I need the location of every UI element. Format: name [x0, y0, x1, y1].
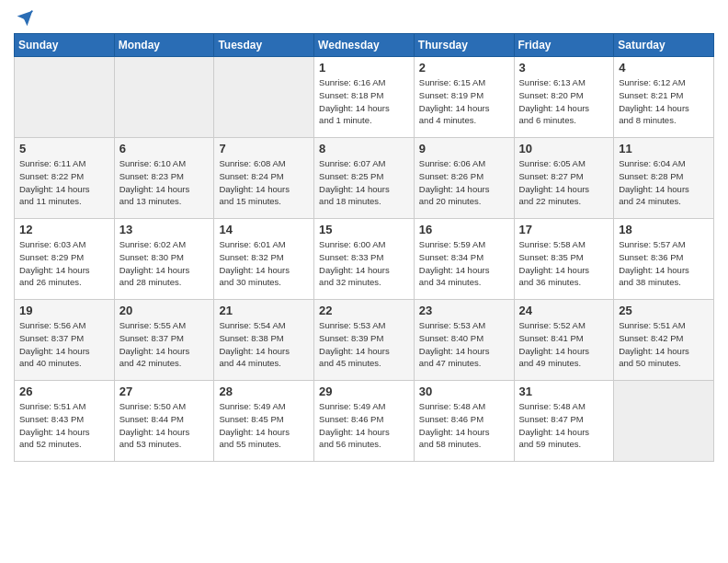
day-number: 25	[619, 304, 709, 317]
calendar-cell: 9Sunrise: 6:06 AM Sunset: 8:26 PM Daylig…	[414, 138, 514, 219]
calendar-cell: 23Sunrise: 5:53 AM Sunset: 8:40 PM Dayli…	[414, 300, 514, 381]
calendar-cell: 20Sunrise: 5:55 AM Sunset: 8:37 PM Dayli…	[114, 300, 214, 381]
calendar-cell	[15, 57, 115, 138]
column-header-friday: Friday	[514, 34, 614, 57]
calendar-week-row: 1Sunrise: 6:16 AM Sunset: 8:18 PM Daylig…	[15, 57, 714, 138]
day-number: 26	[19, 385, 109, 398]
column-header-saturday: Saturday	[614, 34, 714, 57]
day-info: Sunrise: 6:11 AM Sunset: 8:22 PM Dayligh…	[19, 157, 109, 208]
day-info: Sunrise: 6:00 AM Sunset: 8:33 PM Dayligh…	[319, 238, 409, 289]
day-number: 2	[419, 61, 509, 75]
calendar-week-row: 5Sunrise: 6:11 AM Sunset: 8:22 PM Daylig…	[15, 138, 714, 219]
day-number: 7	[219, 142, 309, 155]
day-info: Sunrise: 5:49 AM Sunset: 8:46 PM Dayligh…	[319, 400, 409, 451]
calendar-cell	[114, 57, 214, 138]
day-info: Sunrise: 6:08 AM Sunset: 8:24 PM Dayligh…	[219, 157, 309, 208]
calendar-cell: 3Sunrise: 6:13 AM Sunset: 8:20 PM Daylig…	[514, 57, 614, 138]
header	[14, 9, 714, 28]
calendar-cell: 24Sunrise: 5:52 AM Sunset: 8:41 PM Dayli…	[514, 300, 614, 381]
day-info: Sunrise: 5:59 AM Sunset: 8:34 PM Dayligh…	[419, 238, 509, 289]
column-header-tuesday: Tuesday	[214, 34, 314, 57]
day-info: Sunrise: 5:51 AM Sunset: 8:42 PM Dayligh…	[619, 319, 709, 370]
day-info: Sunrise: 5:57 AM Sunset: 8:36 PM Dayligh…	[619, 238, 709, 289]
day-number: 15	[319, 223, 409, 236]
logo	[14, 9, 34, 28]
day-number: 10	[519, 142, 609, 155]
calendar-cell: 13Sunrise: 6:02 AM Sunset: 8:30 PM Dayli…	[114, 219, 214, 300]
calendar-week-row: 26Sunrise: 5:51 AM Sunset: 8:43 PM Dayli…	[15, 381, 714, 462]
day-number: 18	[619, 223, 709, 236]
day-number: 28	[219, 385, 309, 398]
day-number: 27	[119, 385, 210, 398]
day-number: 21	[219, 304, 309, 317]
calendar-cell: 26Sunrise: 5:51 AM Sunset: 8:43 PM Dayli…	[15, 381, 115, 462]
day-info: Sunrise: 5:56 AM Sunset: 8:37 PM Dayligh…	[19, 319, 109, 370]
calendar-cell: 14Sunrise: 6:01 AM Sunset: 8:32 PM Dayli…	[214, 219, 314, 300]
day-number: 16	[419, 223, 509, 236]
day-number: 5	[19, 142, 109, 155]
logo-bird-icon	[16, 9, 34, 28]
calendar-cell: 31Sunrise: 5:48 AM Sunset: 8:47 PM Dayli…	[514, 381, 614, 462]
calendar-table: SundayMondayTuesdayWednesdayThursdayFrid…	[14, 33, 714, 462]
day-number: 23	[419, 304, 509, 317]
day-info: Sunrise: 5:51 AM Sunset: 8:43 PM Dayligh…	[19, 400, 109, 451]
calendar-cell: 2Sunrise: 6:15 AM Sunset: 8:19 PM Daylig…	[414, 57, 514, 138]
day-number: 3	[519, 61, 609, 75]
day-info: Sunrise: 6:07 AM Sunset: 8:25 PM Dayligh…	[319, 157, 409, 208]
column-header-thursday: Thursday	[414, 34, 514, 57]
day-info: Sunrise: 5:54 AM Sunset: 8:38 PM Dayligh…	[219, 319, 309, 370]
day-number: 17	[519, 223, 609, 236]
day-info: Sunrise: 6:02 AM Sunset: 8:30 PM Dayligh…	[119, 238, 210, 289]
day-info: Sunrise: 5:55 AM Sunset: 8:37 PM Dayligh…	[119, 319, 210, 370]
calendar-cell: 4Sunrise: 6:12 AM Sunset: 8:21 PM Daylig…	[614, 57, 714, 138]
day-number: 31	[519, 385, 609, 398]
calendar-week-row: 19Sunrise: 5:56 AM Sunset: 8:37 PM Dayli…	[15, 300, 714, 381]
day-number: 19	[19, 304, 109, 317]
calendar-cell: 22Sunrise: 5:53 AM Sunset: 8:39 PM Dayli…	[314, 300, 415, 381]
calendar-cell: 30Sunrise: 5:48 AM Sunset: 8:46 PM Dayli…	[414, 381, 514, 462]
day-number: 11	[619, 142, 709, 155]
calendar-cell: 29Sunrise: 5:49 AM Sunset: 8:46 PM Dayli…	[314, 381, 415, 462]
day-info: Sunrise: 5:48 AM Sunset: 8:47 PM Dayligh…	[519, 400, 609, 451]
day-info: Sunrise: 5:50 AM Sunset: 8:44 PM Dayligh…	[119, 400, 210, 451]
calendar-header-row: SundayMondayTuesdayWednesdayThursdayFrid…	[15, 34, 714, 57]
day-info: Sunrise: 6:06 AM Sunset: 8:26 PM Dayligh…	[419, 157, 509, 208]
calendar-cell: 7Sunrise: 6:08 AM Sunset: 8:24 PM Daylig…	[214, 138, 314, 219]
day-info: Sunrise: 6:13 AM Sunset: 8:20 PM Dayligh…	[519, 76, 609, 127]
day-info: Sunrise: 5:53 AM Sunset: 8:39 PM Dayligh…	[319, 319, 409, 370]
day-info: Sunrise: 6:04 AM Sunset: 8:28 PM Dayligh…	[619, 157, 709, 208]
day-info: Sunrise: 5:58 AM Sunset: 8:35 PM Dayligh…	[519, 238, 609, 289]
calendar-cell	[214, 57, 314, 138]
day-number: 24	[519, 304, 609, 317]
day-number: 22	[319, 304, 409, 317]
day-number: 6	[119, 142, 210, 155]
calendar-cell	[614, 381, 714, 462]
day-number: 14	[219, 223, 309, 236]
calendar-cell: 6Sunrise: 6:10 AM Sunset: 8:23 PM Daylig…	[114, 138, 214, 219]
day-number: 9	[419, 142, 509, 155]
calendar-cell: 16Sunrise: 5:59 AM Sunset: 8:34 PM Dayli…	[414, 219, 514, 300]
day-info: Sunrise: 6:16 AM Sunset: 8:18 PM Dayligh…	[319, 76, 409, 127]
column-header-monday: Monday	[114, 34, 214, 57]
day-info: Sunrise: 5:48 AM Sunset: 8:46 PM Dayligh…	[419, 400, 509, 451]
calendar-cell: 12Sunrise: 6:03 AM Sunset: 8:29 PM Dayli…	[15, 219, 115, 300]
day-info: Sunrise: 5:52 AM Sunset: 8:41 PM Dayligh…	[519, 319, 609, 370]
calendar-cell: 28Sunrise: 5:49 AM Sunset: 8:45 PM Dayli…	[214, 381, 314, 462]
calendar-cell: 5Sunrise: 6:11 AM Sunset: 8:22 PM Daylig…	[15, 138, 115, 219]
calendar-cell: 1Sunrise: 6:16 AM Sunset: 8:18 PM Daylig…	[314, 57, 415, 138]
calendar-body: 1Sunrise: 6:16 AM Sunset: 8:18 PM Daylig…	[15, 57, 714, 462]
day-number: 8	[319, 142, 409, 155]
day-info: Sunrise: 6:03 AM Sunset: 8:29 PM Dayligh…	[19, 238, 109, 289]
day-number: 13	[119, 223, 210, 236]
calendar-week-row: 12Sunrise: 6:03 AM Sunset: 8:29 PM Dayli…	[15, 219, 714, 300]
calendar-cell: 15Sunrise: 6:00 AM Sunset: 8:33 PM Dayli…	[314, 219, 415, 300]
day-number: 30	[419, 385, 509, 398]
day-number: 12	[19, 223, 109, 236]
day-info: Sunrise: 6:15 AM Sunset: 8:19 PM Dayligh…	[419, 76, 509, 127]
column-header-wednesday: Wednesday	[314, 34, 415, 57]
day-number: 20	[119, 304, 210, 317]
calendar-cell: 25Sunrise: 5:51 AM Sunset: 8:42 PM Dayli…	[614, 300, 714, 381]
day-info: Sunrise: 6:05 AM Sunset: 8:27 PM Dayligh…	[519, 157, 609, 208]
calendar-cell: 18Sunrise: 5:57 AM Sunset: 8:36 PM Dayli…	[614, 219, 714, 300]
day-info: Sunrise: 6:01 AM Sunset: 8:32 PM Dayligh…	[219, 238, 309, 289]
